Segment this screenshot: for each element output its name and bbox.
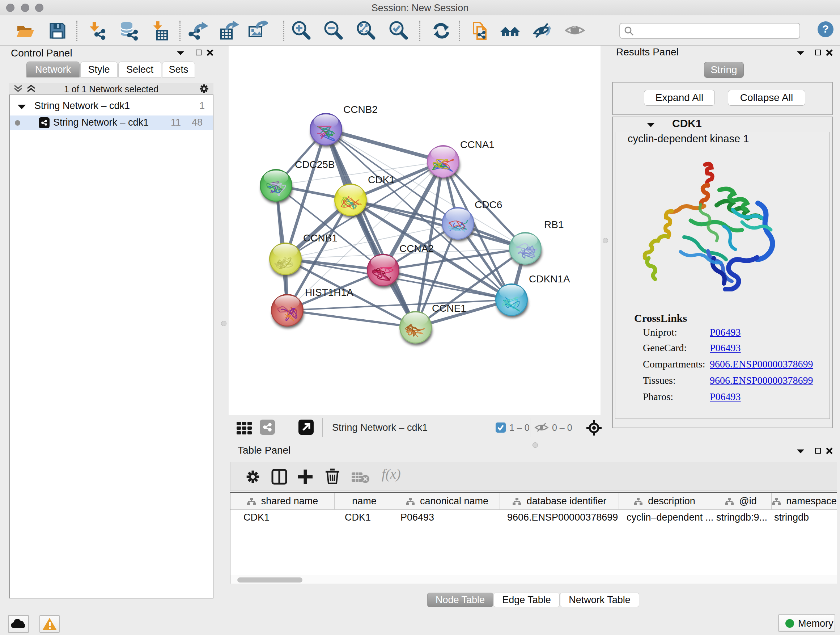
svg-text:CDKN1A: CDKN1A — [529, 273, 570, 285]
svg-text:CCNE1: CCNE1 — [432, 302, 466, 314]
svg-text:CDC6: CDC6 — [475, 199, 502, 211]
svg-text:HIST1H1A: HIST1H1A — [305, 287, 354, 298]
svg-text:CCNB1: CCNB1 — [303, 233, 338, 244]
svg-text:CCNA2: CCNA2 — [399, 243, 434, 254]
svg-text:?: ? — [822, 23, 829, 35]
svg-text:RB1: RB1 — [544, 219, 564, 230]
svg-text:CDK1: CDK1 — [368, 174, 395, 185]
svg-text:CDC25B: CDC25B — [295, 159, 335, 170]
svg-text:CCNB2: CCNB2 — [343, 104, 378, 115]
svg-text:CCNA1: CCNA1 — [460, 139, 494, 150]
